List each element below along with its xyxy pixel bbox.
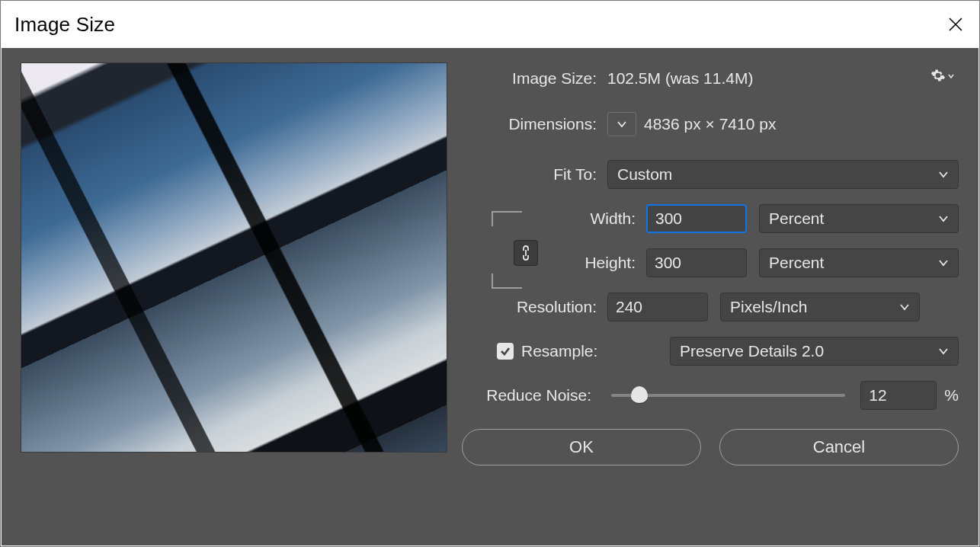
- chevron-down-icon: [899, 303, 910, 311]
- dimensions-label: Dimensions:: [459, 115, 607, 133]
- reduce-noise-input[interactable]: [860, 381, 937, 410]
- close-button[interactable]: [932, 1, 979, 48]
- controls-pane: Image Size: 102.5M (was 11.4M) Dimension…: [459, 48, 978, 545]
- height-input[interactable]: [646, 248, 747, 277]
- chevron-down-icon: [938, 215, 949, 222]
- chevron-down-icon: [617, 120, 627, 128]
- ok-button[interactable]: OK: [462, 429, 701, 465]
- dimensions-row: Dimensions: 4836 px × 7410 px: [459, 107, 959, 141]
- resolution-unit-select[interactable]: Pixels/Inch: [720, 293, 920, 321]
- dimensions-value: 4836 px × 7410 px: [644, 115, 776, 133]
- resample-row: Resample: Preserve Details 2.0: [459, 334, 959, 368]
- slider-thumb[interactable]: [631, 386, 648, 403]
- dropdown-caret-icon: [947, 68, 955, 83]
- dialog-title: Image Size: [14, 13, 115, 37]
- width-input[interactable]: [646, 204, 747, 233]
- settings-menu-button[interactable]: [930, 66, 956, 85]
- gear-icon: [930, 68, 946, 83]
- reduce-noise-slider[interactable]: [611, 394, 845, 397]
- width-height-group: Width: Percent Height: Percent: [459, 202, 959, 280]
- reduce-noise-row: Reduce Noise: %: [459, 379, 959, 412]
- preview-pane: [2, 48, 459, 545]
- cancel-button[interactable]: Cancel: [719, 429, 959, 465]
- width-row: Width: Percent: [459, 202, 959, 235]
- height-unit-select[interactable]: Percent: [759, 248, 959, 277]
- resolution-unit-value: Pixels/Inch: [730, 298, 808, 316]
- dialog-body: Image Size: 102.5M (was 11.4M) Dimension…: [2, 48, 978, 545]
- width-unit-select[interactable]: Percent: [759, 204, 959, 233]
- height-label: Height:: [570, 254, 646, 272]
- chevron-down-icon: [938, 347, 949, 355]
- image-size-value: 102.5M (was 11.4M): [607, 69, 753, 88]
- resolution-label: Resolution:: [459, 298, 607, 316]
- width-unit-value: Percent: [769, 210, 824, 228]
- close-icon: [948, 17, 963, 32]
- constrain-proportions-button[interactable]: [514, 240, 538, 266]
- width-label: Width:: [570, 210, 646, 228]
- image-size-info-row: Image Size: 102.5M (was 11.4M): [459, 62, 959, 95]
- fit-to-row: Fit To: Custom: [459, 158, 959, 191]
- percent-suffix: %: [944, 386, 959, 405]
- resample-checkbox[interactable]: [497, 343, 514, 360]
- resample-method-select[interactable]: Preserve Details 2.0: [670, 337, 959, 366]
- dialog-buttons: OK Cancel: [459, 429, 959, 465]
- link-icon: [520, 245, 531, 261]
- chevron-down-icon: [938, 259, 949, 267]
- image-size-label: Image Size:: [459, 69, 607, 88]
- chevron-down-icon: [938, 171, 949, 178]
- titlebar: Image Size: [1, 1, 979, 48]
- height-unit-value: Percent: [769, 254, 824, 272]
- reduce-noise-label: Reduce Noise:: [486, 386, 607, 405]
- resample-label: Resample:: [521, 342, 670, 360]
- fit-to-value: Custom: [617, 165, 672, 184]
- image-preview[interactable]: [21, 62, 447, 453]
- fit-to-label: Fit To:: [459, 165, 607, 184]
- fit-to-select[interactable]: Custom: [607, 160, 959, 189]
- dimensions-units-button[interactable]: [607, 112, 636, 136]
- resolution-row: Resolution: Pixels/Inch: [459, 290, 959, 324]
- resample-method-value: Preserve Details 2.0: [680, 342, 824, 360]
- check-icon: [499, 345, 511, 357]
- image-size-dialog: Image Size Image Size: 102.5M (was 11.4M…: [0, 0, 980, 547]
- resolution-input[interactable]: [607, 293, 708, 321]
